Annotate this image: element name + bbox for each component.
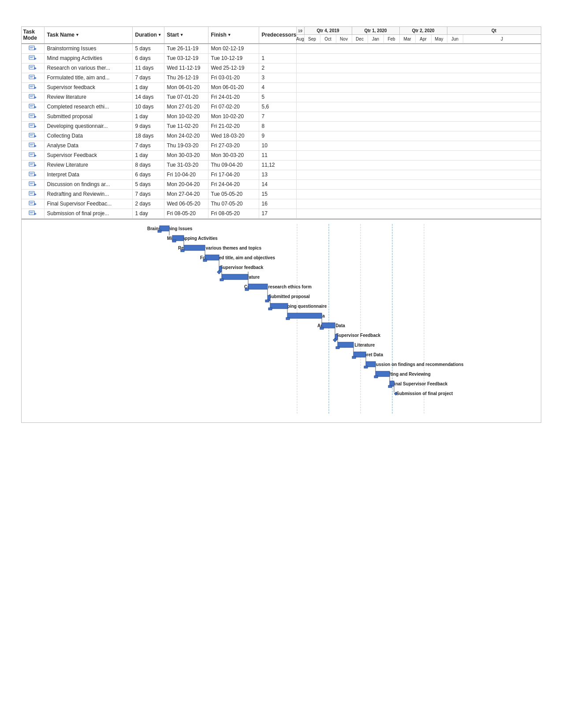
svg-marker-3 (34, 48, 37, 50)
cell-finish: Tue 05-05-20 (208, 190, 259, 199)
cell-duration: 2 days (133, 199, 164, 209)
cell-finish: Fri 03-01-20 (208, 73, 259, 82)
cell-pred: 9 (259, 131, 297, 141)
task-row: Completed research ethi...10 daysMon 27-… (22, 102, 541, 112)
svg-rect-110 (268, 308, 272, 310)
svg-marker-19 (34, 86, 37, 89)
cell-mode (22, 151, 45, 160)
cell-task-name: Analyse Data (45, 141, 133, 150)
cell-chart (297, 112, 541, 121)
cell-start: Fri 08-05-20 (164, 209, 208, 218)
cell-chart (297, 170, 541, 179)
svg-marker-11 (34, 67, 37, 70)
sort-icon: ▼ (75, 33, 79, 37)
cell-duration: 1 day (133, 112, 164, 121)
svg-rect-79 (158, 230, 161, 232)
cell-mode (22, 44, 45, 53)
svg-text:Supervisor feedback: Supervisor feedback (220, 265, 264, 270)
svg-rect-109 (270, 303, 288, 309)
cell-finish: Fri 07-02-20 (208, 102, 259, 112)
svg-marker-63 (34, 193, 37, 196)
cell-task-name: Submitted proposal (45, 112, 133, 121)
cell-mode (22, 141, 45, 150)
cell-task-name: Research on various ther... (45, 63, 133, 73)
cell-chart (297, 93, 541, 102)
cell-finish: Wed 25-12-19 (208, 63, 259, 73)
cell-start: Tue 26-11-19 (164, 44, 208, 53)
cell-finish: Wed 18-03-20 (208, 131, 259, 141)
svg-marker-55 (34, 174, 37, 176)
cell-finish: Fri 17-04-20 (208, 170, 259, 179)
task-row: Submitted proposal1 dayMon 10-02-20Mon 1… (22, 112, 541, 122)
cell-chart (297, 151, 541, 160)
svg-rect-114 (286, 317, 290, 320)
header-task-name[interactable]: Task Name ▼ (45, 27, 133, 43)
cell-mode (22, 180, 45, 189)
svg-marker-15 (34, 77, 37, 79)
cell-pred: 15 (259, 190, 297, 199)
svg-rect-113 (287, 313, 322, 318)
header-finish[interactable]: Finish ▼ (208, 27, 259, 43)
cell-start: Fri 10-04-20 (164, 170, 208, 179)
cell-pred: 10 (259, 141, 297, 150)
cell-duration: 11 days (133, 63, 164, 73)
cell-start: Mon 27-01-20 (164, 102, 208, 112)
cell-mode (22, 131, 45, 141)
cell-finish: Fri 24-01-20 (208, 93, 259, 102)
cell-duration: 18 days (133, 131, 164, 141)
svg-text:Brainstorming Issues: Brainstorming Issues (147, 226, 193, 231)
cell-pred: 16 (259, 199, 297, 209)
cell-start: Tue 31-03-20 (164, 161, 208, 170)
cell-duration: 9 days (133, 122, 164, 131)
cell-start: Thu 26-12-19 (164, 73, 208, 82)
svg-marker-43 (34, 145, 37, 147)
sort-icon: ▼ (158, 33, 162, 37)
svg-marker-71 (34, 213, 37, 215)
cell-task-name: Redrafting and Reviewin... (45, 190, 133, 199)
cell-chart (297, 102, 541, 112)
cell-task-name: Mind mapping Activities (45, 54, 133, 63)
svg-rect-102 (245, 288, 249, 291)
cell-start: Thu 19-03-20 (164, 141, 208, 150)
cell-chart (297, 141, 541, 150)
cell-mode (22, 122, 45, 131)
cell-chart (297, 209, 541, 218)
svg-marker-31 (34, 116, 37, 118)
svg-rect-85 (184, 245, 205, 250)
sort-icon: ▼ (180, 33, 184, 37)
header-predecessors: Predecessors (259, 27, 297, 43)
cell-pred: 8 (259, 122, 297, 131)
cell-pred: 2 (259, 63, 297, 73)
cell-start: Tue 03-12-19 (164, 54, 208, 63)
cell-start: Mon 24-02-20 (164, 131, 208, 141)
header-start[interactable]: Start ▼ (164, 27, 208, 43)
cell-duration: 6 days (133, 170, 164, 179)
cell-task-name: Collecting Data (45, 131, 133, 141)
cell-mode (22, 170, 45, 179)
header-duration[interactable]: Duration ▼ (133, 27, 164, 43)
cell-task-name: Interpret Data (45, 170, 133, 179)
month-header-row: Aug Sep Oct Nov Dec Jan Feb Mar Apr May … (297, 35, 541, 43)
svg-rect-142 (388, 385, 392, 388)
svg-marker-39 (34, 135, 37, 138)
cell-pred (259, 44, 297, 53)
cell-duration: 6 days (133, 54, 164, 63)
task-row: Mind mapping Activities6 daysTue 03-12-1… (22, 54, 541, 63)
svg-rect-125 (338, 342, 354, 347)
task-row: Supervisor feedback1 dayMon 06-01-20Mon … (22, 83, 541, 93)
svg-rect-86 (181, 250, 184, 252)
task-row: Collecting Data18 daysMon 24-02-20Wed 18… (22, 131, 541, 141)
cell-pred: 4 (259, 83, 297, 92)
svg-rect-89 (205, 255, 219, 260)
cell-task-name: Formulated title, aim and... (45, 73, 133, 82)
task-row: Submission of final proje...1 dayFri 08-… (22, 209, 541, 219)
cell-mode (22, 112, 45, 121)
task-row: Developing questionnair...9 daysTue 11-0… (22, 122, 541, 131)
cell-pred: 11 (259, 151, 297, 160)
svg-marker-35 (34, 125, 37, 128)
cell-start: Mon 06-01-20 (164, 83, 208, 92)
cell-chart (297, 44, 541, 53)
cell-chart (297, 63, 541, 73)
svg-marker-51 (34, 164, 37, 167)
quarter-header-row: 19 Qtr 4, 2019 Qtr 1, 2020 Qtr 2, 2020 Q… (297, 27, 541, 35)
